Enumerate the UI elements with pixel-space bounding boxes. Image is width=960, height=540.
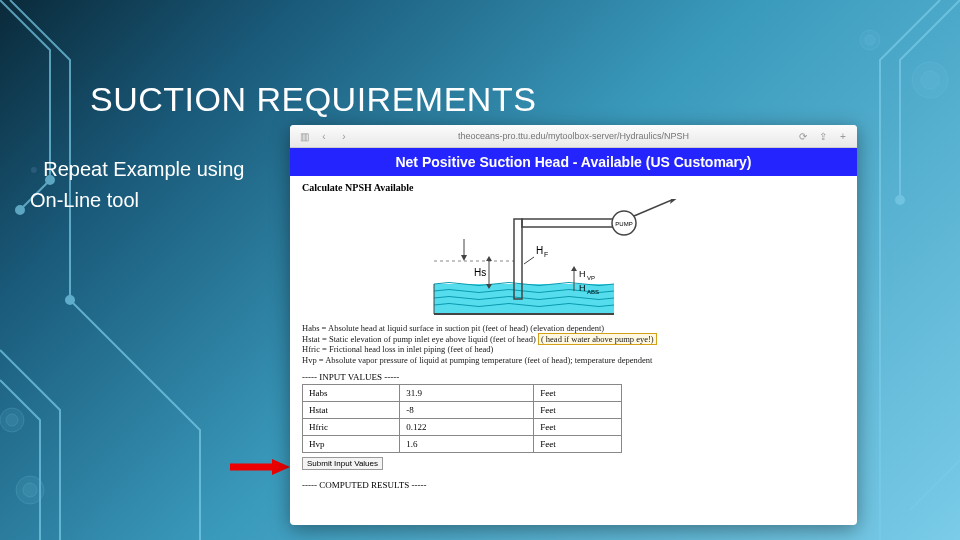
definitions-block: Habs = Absolute head at liquid surface i… [302,323,845,366]
npsh-diagram: PUMP Hs HF HVP HABS [424,199,724,319]
pump-label: PUMP [615,221,632,227]
input-unit: Feet [534,384,622,401]
svg-rect-21 [522,219,617,227]
svg-marker-33 [571,266,577,271]
svg-point-5 [892,502,908,518]
svg-marker-26 [486,256,492,261]
slide: SUCTION REQUIREMENTS • Repeat Example us… [0,0,960,540]
input-section-header: ----- INPUT VALUES ----- [302,372,845,382]
svg-point-9 [865,35,875,45]
hf-label: H [536,245,543,256]
input-value[interactable]: -8 [400,401,534,418]
new-tab-button[interactable]: + [837,131,849,142]
habs-label: H [579,283,586,293]
input-value[interactable]: 1.6 [400,435,534,452]
bullet-text: Repeat Example using On-Line tool [30,158,245,211]
def-line: Hvp = Absolute vapor pressure of liquid … [302,355,845,366]
input-unit: Feet [534,435,622,452]
browser-toolbar: ▥ ‹ › theoceans-pro.ttu.edu/mytoolbox-se… [290,125,857,148]
input-value[interactable]: 31.9 [400,384,534,401]
svg-marker-24 [670,199,679,204]
table-row: Hfric0.122Feet [303,418,622,435]
svg-text:ABS: ABS [587,289,599,295]
back-button[interactable]: ‹ [318,131,330,142]
hvp-label: H [579,269,586,279]
input-name: Hfric [303,418,400,435]
svg-point-1 [23,483,37,497]
sidebar-icon[interactable]: ▥ [298,131,310,142]
url-field[interactable]: theoceans-pro.ttu.edu/mytoolbox-server/H… [358,131,789,141]
input-name: Hvp [303,435,400,452]
input-value[interactable]: 0.122 [400,418,534,435]
bullet-item: • Repeat Example using On-Line tool [30,155,280,214]
svg-point-7 [921,71,939,89]
hs-label: Hs [474,267,486,278]
browser-window: ▥ ‹ › theoceans-pro.ttu.edu/mytoolbox-se… [290,125,857,525]
forward-button[interactable]: › [338,131,350,142]
bullet-marker: • [30,157,38,182]
table-row: Hvp1.6Feet [303,435,622,452]
svg-marker-35 [461,255,467,261]
svg-text:F: F [544,251,548,258]
submit-button[interactable]: Submit Input Values [302,457,383,470]
def-line: Hfric = Frictional head loss in inlet pi… [302,344,845,355]
slide-title: SUCTION REQUIREMENTS [90,80,536,119]
input-unit: Feet [534,418,622,435]
input-unit: Feet [534,401,622,418]
input-table: Habs31.9Feet Hstat-8Feet Hfric0.122Feet … [302,384,622,453]
input-name: Hstat [303,401,400,418]
share-button[interactable]: ⇪ [817,131,829,142]
svg-line-29 [524,257,534,264]
svg-line-23 [634,199,674,216]
page-content: Net Positive Suction Head - Available (U… [290,148,857,490]
svg-marker-15 [272,459,290,475]
reload-button[interactable]: ⟳ [797,131,809,142]
svg-point-3 [6,414,18,426]
svg-point-13 [16,206,24,214]
svg-point-11 [66,296,74,304]
table-row: Hstat-8Feet [303,401,622,418]
page-subtitle: Calculate NPSH Available [302,182,845,193]
table-row: Habs31.9Feet [303,384,622,401]
callout-arrow [230,457,290,477]
svg-point-12 [896,196,904,204]
def-line: Hstat = Static elevation of pump inlet e… [302,334,845,345]
results-section-header: ----- COMPUTED RESULTS ----- [302,480,845,490]
input-name: Habs [303,384,400,401]
svg-text:VP: VP [587,275,595,281]
page-banner: Net Positive Suction Head - Available (U… [290,148,857,176]
